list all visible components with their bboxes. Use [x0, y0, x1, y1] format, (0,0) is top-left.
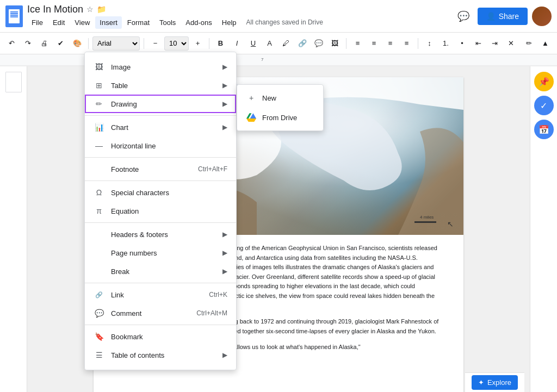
svg-rect-9: [414, 221, 436, 223]
folder-icon[interactable]: 📁: [97, 5, 106, 14]
bottom-bar: ✦ Explore: [465, 372, 524, 392]
print-button[interactable]: 🖨: [37, 36, 52, 51]
bookmark-menu-label: Bookmark: [111, 333, 227, 341]
menu-section-7: 🔖 Bookmark ☰ Table of contents ▶: [85, 325, 236, 366]
menu-item-special[interactable]: Ω Special characters: [85, 183, 236, 202]
align-justify-button[interactable]: ≡: [399, 36, 414, 51]
highlight-button[interactable]: 🖊: [278, 36, 293, 51]
menu-section-5: Headers & footers ▶ Page numbers ▶ Break…: [85, 223, 236, 283]
explore-button[interactable]: ✦ Explore: [472, 375, 518, 390]
headers-arrow-icon: ▶: [222, 231, 227, 238]
table-arrow-icon: ▶: [222, 82, 227, 89]
menu-item-link[interactable]: 🔗 Link Ctrl+K: [85, 285, 236, 304]
new-drawing-icon: +: [246, 92, 257, 103]
menu-item-equation[interactable]: π Equation: [85, 202, 236, 220]
spellcheck-button[interactable]: ✔: [53, 36, 68, 51]
underline-button[interactable]: U: [246, 36, 261, 51]
more-options-button[interactable]: ✏: [522, 36, 536, 51]
bullet-list-button[interactable]: •: [455, 36, 469, 51]
collapse-button[interactable]: ▲: [538, 36, 553, 51]
hline-menu-label: Horizontal line: [111, 142, 227, 150]
image-menu-icon: 🖼: [94, 61, 104, 72]
keep-icon[interactable]: 📌: [534, 72, 554, 91]
menu-item-chart[interactable]: 📊 Chart ▶: [85, 118, 236, 136]
menu-file[interactable]: File: [27, 16, 47, 29]
toc-menu-label: Table of contents: [111, 351, 218, 359]
separator-4: [346, 38, 346, 49]
tasks-icon[interactable]: ✓: [534, 96, 554, 115]
comment-menu-icon: 💬: [94, 308, 104, 319]
submenu-item-drive[interactable]: From Drive: [237, 108, 323, 127]
right-sidebar: 📌 ✓ 📅: [530, 66, 557, 392]
from-drive-label: From Drive: [262, 114, 297, 122]
drawing-menu-label: Drawing: [111, 100, 218, 108]
paint-format-button[interactable]: 🎨: [70, 36, 84, 51]
share-button[interactable]: 👤 Share: [478, 8, 528, 25]
insert-comment-button[interactable]: 💬: [311, 36, 326, 51]
text-color-button[interactable]: A: [262, 36, 277, 51]
comment-shortcut: Ctrl+Alt+M: [196, 309, 227, 317]
link-button[interactable]: 🔗: [295, 36, 310, 51]
drawing-menu-icon: ✏: [94, 98, 104, 109]
autosave-status: All changes saved in Drive: [246, 18, 323, 26]
clear-format-button[interactable]: ✕: [504, 36, 518, 51]
menu-item-toc[interactable]: ☰ Table of contents ▶: [85, 346, 236, 364]
separator-5: [418, 38, 418, 49]
align-left-button[interactable]: ≡: [350, 36, 365, 51]
hline-menu-icon: —: [94, 140, 104, 151]
align-right-button[interactable]: ≡: [383, 36, 398, 51]
menu-item-image[interactable]: 🖼 Image ▶: [85, 58, 236, 76]
menu-item-break[interactable]: Break ▶: [85, 262, 236, 281]
doc-icon: [5, 5, 23, 27]
menu-insert[interactable]: Insert: [95, 16, 122, 29]
font-selector[interactable]: Arial: [92, 36, 140, 51]
star-icon[interactable]: ☆: [86, 5, 94, 14]
font-size-decrease[interactable]: −: [148, 36, 163, 51]
equation-menu-label: Equation: [111, 207, 227, 215]
left-sidebar: [0, 66, 27, 392]
page-thumbnail[interactable]: [5, 72, 22, 92]
menu-item-pagenums[interactable]: Page numbers ▶: [85, 244, 236, 262]
menu-tools[interactable]: Tools: [155, 16, 180, 29]
table-menu-icon: ⊞: [94, 80, 104, 91]
font-size-selector[interactable]: 10.5: [164, 36, 189, 51]
menu-item-headers[interactable]: Headers & footers ▶: [85, 225, 236, 244]
menu-item-drawing[interactable]: ✏ Drawing ▶: [85, 95, 236, 113]
menu-edit[interactable]: Edit: [48, 16, 69, 29]
menu-help[interactable]: Help: [218, 16, 241, 29]
menu-view[interactable]: View: [70, 16, 94, 29]
menu-item-hline[interactable]: — Horizontal line: [85, 136, 236, 155]
italic-button[interactable]: I: [230, 36, 244, 51]
increase-indent-button[interactable]: ⇥: [487, 36, 502, 51]
link-menu-label: Link: [111, 291, 209, 299]
menu-item-footnote[interactable]: Footnote Ctrl+Alt+F: [85, 160, 236, 178]
undo-button[interactable]: ↶: [4, 36, 19, 51]
align-center-button[interactable]: ≡: [367, 36, 381, 51]
submenu-item-new[interactable]: + New: [237, 88, 323, 108]
menu-format[interactable]: Format: [123, 16, 154, 29]
toc-menu-icon: ☰: [94, 350, 104, 360]
numbered-list-button[interactable]: 1.: [438, 36, 453, 51]
image-button[interactable]: 🖼: [327, 36, 342, 51]
ruler-svg: 12 34 56 7: [0, 54, 557, 66]
image-menu-label: Image: [111, 63, 218, 71]
pagenums-menu-icon: [94, 247, 104, 258]
image-arrow-icon: ▶: [222, 63, 227, 71]
separator-3: [209, 38, 209, 49]
bookmark-menu-icon: 🔖: [94, 331, 104, 342]
menu-bar: File Edit View Insert Format Tools Add-o…: [27, 16, 454, 29]
font-size-increase[interactable]: +: [190, 36, 205, 51]
bold-button[interactable]: B: [213, 36, 228, 51]
redo-button[interactable]: ↷: [21, 36, 35, 51]
drawing-arrow-icon: ▶: [222, 100, 227, 108]
menu-item-bookmark[interactable]: 🔖 Bookmark: [85, 327, 236, 346]
table-menu-label: Table: [111, 82, 218, 90]
decrease-indent-button[interactable]: ⇤: [471, 36, 486, 51]
menu-item-table[interactable]: ⊞ Table ▶: [85, 76, 236, 95]
menu-item-comment[interactable]: 💬 Comment Ctrl+Alt+M: [85, 304, 236, 322]
calendar-icon[interactable]: 📅: [534, 120, 554, 139]
menu-addons[interactable]: Add-ons: [181, 16, 216, 29]
comment-button[interactable]: 💬: [454, 7, 473, 26]
user-avatar[interactable]: [532, 7, 552, 26]
line-spacing-button[interactable]: ↕: [422, 36, 437, 51]
